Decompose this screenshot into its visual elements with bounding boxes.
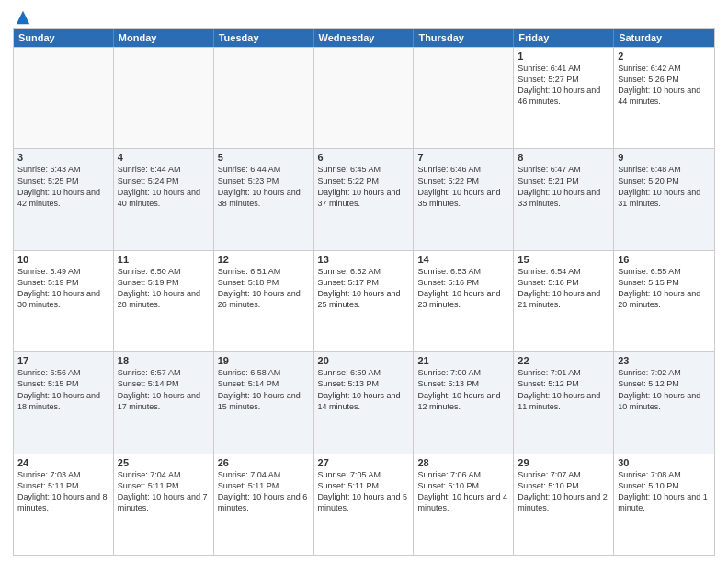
day-number: 13 [318, 254, 410, 265]
day-info: Sunrise: 7:08 AM Sunset: 5:10 PM Dayligh… [618, 469, 711, 514]
calendar-body: 1Sunrise: 6:41 AM Sunset: 5:27 PM Daylig… [14, 47, 714, 555]
day-info: Sunrise: 6:54 AM Sunset: 5:16 PM Dayligh… [518, 266, 609, 311]
day-info: Sunrise: 7:01 AM Sunset: 5:12 PM Dayligh… [518, 367, 609, 412]
calendar-header: SundayMondayTuesdayWednesdayThursdayFrid… [14, 29, 714, 47]
day-number: 17 [17, 355, 109, 366]
calendar-cell: 23Sunrise: 7:02 AM Sunset: 5:12 PM Dayli… [614, 352, 714, 453]
calendar-cell [214, 48, 314, 148]
calendar-cell: 2Sunrise: 6:42 AM Sunset: 5:26 PM Daylig… [614, 48, 714, 148]
header-cell-tuesday: Tuesday [214, 29, 314, 47]
calendar-cell: 22Sunrise: 7:01 AM Sunset: 5:12 PM Dayli… [514, 352, 614, 453]
day-number: 4 [118, 152, 210, 163]
day-number: 10 [17, 254, 109, 265]
day-info: Sunrise: 6:58 AM Sunset: 5:14 PM Dayligh… [218, 367, 310, 412]
day-number: 21 [417, 355, 509, 366]
day-number: 7 [417, 152, 509, 163]
day-info: Sunrise: 6:56 AM Sunset: 5:15 PM Dayligh… [17, 367, 109, 412]
calendar-cell [114, 48, 214, 148]
day-info: Sunrise: 6:47 AM Sunset: 5:21 PM Dayligh… [518, 164, 609, 209]
day-info: Sunrise: 6:51 AM Sunset: 5:18 PM Dayligh… [218, 266, 310, 311]
calendar-cell: 29Sunrise: 7:07 AM Sunset: 5:10 PM Dayli… [514, 454, 614, 555]
calendar-cell: 5Sunrise: 6:44 AM Sunset: 5:23 PM Daylig… [214, 149, 314, 249]
calendar-cell: 10Sunrise: 6:49 AM Sunset: 5:19 PM Dayli… [14, 251, 114, 351]
logo-icon [15, 9, 31, 26]
calendar-cell: 7Sunrise: 6:46 AM Sunset: 5:22 PM Daylig… [414, 149, 514, 249]
day-number: 14 [417, 254, 509, 265]
calendar-cell [414, 48, 514, 148]
calendar-row-4: 24Sunrise: 7:03 AM Sunset: 5:11 PM Dayli… [14, 454, 714, 555]
day-number: 18 [118, 355, 210, 366]
logo [13, 9, 31, 22]
header-cell-wednesday: Wednesday [314, 29, 415, 47]
day-info: Sunrise: 6:55 AM Sunset: 5:15 PM Dayligh… [618, 266, 711, 311]
calendar-cell: 20Sunrise: 6:59 AM Sunset: 5:13 PM Dayli… [314, 352, 415, 453]
header-cell-friday: Friday [514, 29, 614, 47]
calendar-cell [14, 48, 114, 148]
calendar-cell: 30Sunrise: 7:08 AM Sunset: 5:10 PM Dayli… [614, 454, 714, 555]
day-number: 20 [318, 355, 410, 366]
day-number: 8 [518, 152, 609, 163]
calendar-cell: 17Sunrise: 6:56 AM Sunset: 5:15 PM Dayli… [14, 352, 114, 453]
day-number: 1 [518, 51, 609, 62]
calendar-row-3: 17Sunrise: 6:56 AM Sunset: 5:15 PM Dayli… [14, 351, 714, 453]
calendar-cell: 4Sunrise: 6:44 AM Sunset: 5:24 PM Daylig… [114, 149, 214, 249]
calendar-cell: 24Sunrise: 7:03 AM Sunset: 5:11 PM Dayli… [14, 454, 114, 555]
day-number: 25 [118, 457, 210, 468]
header [13, 9, 715, 22]
calendar-cell: 11Sunrise: 6:50 AM Sunset: 5:19 PM Dayli… [114, 251, 214, 351]
calendar-cell: 21Sunrise: 7:00 AM Sunset: 5:13 PM Dayli… [414, 352, 514, 453]
day-number: 15 [518, 254, 609, 265]
day-number: 24 [17, 457, 109, 468]
calendar-cell: 16Sunrise: 6:55 AM Sunset: 5:15 PM Dayli… [614, 251, 714, 351]
calendar-cell: 14Sunrise: 6:53 AM Sunset: 5:16 PM Dayli… [414, 251, 514, 351]
day-number: 27 [318, 457, 410, 468]
day-info: Sunrise: 6:57 AM Sunset: 5:14 PM Dayligh… [118, 367, 210, 412]
calendar-cell: 8Sunrise: 6:47 AM Sunset: 5:21 PM Daylig… [514, 149, 614, 249]
day-number: 19 [218, 355, 310, 366]
day-number: 23 [618, 355, 711, 366]
day-info: Sunrise: 7:06 AM Sunset: 5:10 PM Dayligh… [417, 469, 509, 514]
calendar-cell: 1Sunrise: 6:41 AM Sunset: 5:27 PM Daylig… [514, 48, 614, 148]
day-number: 28 [417, 457, 509, 468]
day-info: Sunrise: 6:42 AM Sunset: 5:26 PM Dayligh… [618, 63, 711, 108]
day-info: Sunrise: 7:04 AM Sunset: 5:11 PM Dayligh… [218, 469, 310, 514]
svg-marker-0 [17, 11, 29, 24]
day-number: 26 [218, 457, 310, 468]
day-number: 9 [618, 152, 711, 163]
day-number: 16 [618, 254, 711, 265]
day-number: 22 [518, 355, 609, 366]
calendar-row-1: 3Sunrise: 6:43 AM Sunset: 5:25 PM Daylig… [14, 148, 714, 249]
calendar-cell: 15Sunrise: 6:54 AM Sunset: 5:16 PM Dayli… [514, 251, 614, 351]
calendar-cell: 26Sunrise: 7:04 AM Sunset: 5:11 PM Dayli… [214, 454, 314, 555]
day-number: 3 [17, 152, 109, 163]
calendar-cell: 25Sunrise: 7:04 AM Sunset: 5:11 PM Dayli… [114, 454, 214, 555]
calendar-row-0: 1Sunrise: 6:41 AM Sunset: 5:27 PM Daylig… [14, 47, 714, 148]
calendar-cell: 13Sunrise: 6:52 AM Sunset: 5:17 PM Dayli… [314, 251, 415, 351]
calendar-cell [314, 48, 415, 148]
day-info: Sunrise: 7:03 AM Sunset: 5:11 PM Dayligh… [17, 469, 109, 514]
day-info: Sunrise: 6:49 AM Sunset: 5:19 PM Dayligh… [17, 266, 109, 311]
header-cell-sunday: Sunday [14, 29, 114, 47]
day-info: Sunrise: 6:43 AM Sunset: 5:25 PM Dayligh… [17, 164, 109, 209]
day-info: Sunrise: 6:52 AM Sunset: 5:17 PM Dayligh… [318, 266, 410, 311]
calendar-cell: 28Sunrise: 7:06 AM Sunset: 5:10 PM Dayli… [414, 454, 514, 555]
calendar-row-2: 10Sunrise: 6:49 AM Sunset: 5:19 PM Dayli… [14, 250, 714, 351]
day-info: Sunrise: 6:59 AM Sunset: 5:13 PM Dayligh… [318, 367, 410, 412]
day-number: 29 [518, 457, 609, 468]
day-info: Sunrise: 7:05 AM Sunset: 5:11 PM Dayligh… [318, 469, 410, 514]
day-number: 11 [118, 254, 210, 265]
day-info: Sunrise: 6:48 AM Sunset: 5:20 PM Dayligh… [618, 164, 711, 209]
day-info: Sunrise: 7:00 AM Sunset: 5:13 PM Dayligh… [417, 367, 509, 412]
calendar-cell: 9Sunrise: 6:48 AM Sunset: 5:20 PM Daylig… [614, 149, 714, 249]
day-number: 5 [218, 152, 310, 163]
day-number: 12 [218, 254, 310, 265]
calendar-cell: 18Sunrise: 6:57 AM Sunset: 5:14 PM Dayli… [114, 352, 214, 453]
calendar-cell: 3Sunrise: 6:43 AM Sunset: 5:25 PM Daylig… [14, 149, 114, 249]
day-info: Sunrise: 7:07 AM Sunset: 5:10 PM Dayligh… [518, 469, 609, 514]
calendar: SundayMondayTuesdayWednesdayThursdayFrid… [13, 28, 715, 556]
day-number: 6 [318, 152, 410, 163]
day-info: Sunrise: 7:04 AM Sunset: 5:11 PM Dayligh… [118, 469, 210, 514]
calendar-cell: 6Sunrise: 6:45 AM Sunset: 5:22 PM Daylig… [314, 149, 415, 249]
day-info: Sunrise: 6:45 AM Sunset: 5:22 PM Dayligh… [318, 164, 410, 209]
header-cell-saturday: Saturday [614, 29, 714, 47]
